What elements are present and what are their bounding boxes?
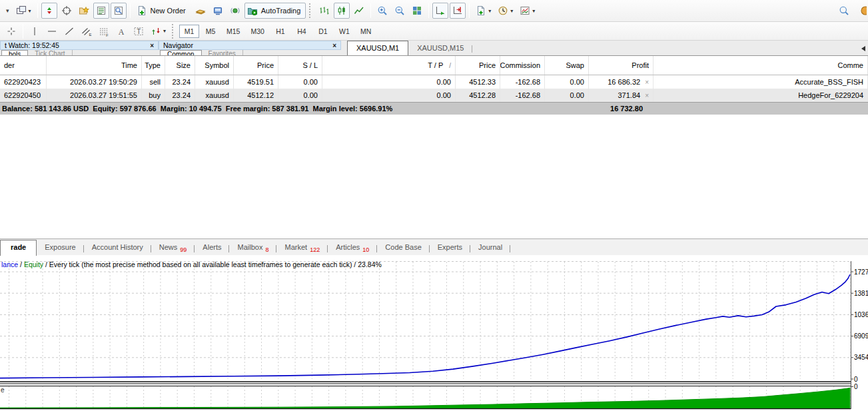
- zoom-in-icon: [377, 5, 388, 16]
- bar-chart-button[interactable]: [316, 3, 332, 19]
- clipped-button[interactable]: [853, 3, 868, 19]
- terminal-tab[interactable]: Exposure: [37, 240, 83, 254]
- symbols-list-button[interactable]: [93, 3, 109, 19]
- signals-button[interactable]: [227, 3, 243, 19]
- terminal-tab[interactable]: Mailbox 8: [229, 240, 276, 254]
- favorites-button[interactable]: [76, 3, 92, 19]
- metaeditor-button[interactable]: [210, 3, 226, 19]
- metaeditor-icon: [213, 5, 223, 16]
- timeframe-button[interactable]: H1: [270, 25, 290, 38]
- column-header[interactable]: Commission: [500, 56, 545, 75]
- candlestick-button[interactable]: [334, 3, 350, 19]
- autotrading-button[interactable]: AutoTrading: [244, 3, 306, 19]
- terminal-tab[interactable]: Alerts: [195, 240, 229, 254]
- terminal-tab[interactable]: News 99: [151, 240, 195, 254]
- panel-tab[interactable]: Favorites: [202, 50, 243, 55]
- indicators-button[interactable]: ▾: [473, 3, 494, 19]
- timeframe-button[interactable]: H4: [292, 25, 312, 38]
- panel-tab[interactable]: bols: [1, 50, 28, 55]
- close-position-icon[interactable]: ×: [645, 92, 649, 99]
- terminal-tab[interactable]: Market 122: [276, 240, 328, 254]
- crosshair-tool-button[interactable]: [3, 23, 19, 39]
- terminal-tab[interactable]: Account History: [84, 240, 151, 254]
- tester-balance-chart[interactable]: 034548690971036413819172740elance / Equi…: [0, 255, 868, 411]
- timeframe-button[interactable]: M15: [222, 25, 244, 38]
- zoom-in-button[interactable]: [374, 3, 390, 19]
- column-header[interactable]: Price: [456, 56, 500, 75]
- terminal-tab[interactable]: Code Base: [377, 240, 429, 254]
- profiles-button[interactable]: ▾: [13, 3, 34, 19]
- line-chart-button[interactable]: [351, 3, 367, 19]
- order-row[interactable]: 6229204502026.03.27 19:51:55buy23.24xauu…: [0, 89, 868, 102]
- order-cell: 0.00: [545, 89, 589, 102]
- depth-icon: [195, 5, 206, 16]
- terminal-tab[interactable]: Experts: [430, 240, 470, 254]
- timeframe-button[interactable]: MN: [356, 25, 376, 38]
- column-header[interactable]: Price: [234, 56, 278, 75]
- data-window-crosshair-button[interactable]: [59, 3, 75, 19]
- equidistant-channel-button[interactable]: E: [79, 23, 95, 39]
- column-header[interactable]: der: [0, 56, 47, 75]
- chart-shift-button[interactable]: [450, 3, 466, 19]
- tile-windows-button[interactable]: [409, 3, 425, 19]
- close-icon[interactable]: ×: [150, 42, 154, 49]
- chart-tab[interactable]: XAUUSD,M1: [347, 41, 408, 55]
- fibo-icon: F: [99, 26, 109, 37]
- vertical-line-button[interactable]: [27, 23, 43, 39]
- trendline-button[interactable]: [61, 23, 77, 39]
- chevron-down-icon: ▾: [510, 8, 513, 14]
- clipped-window-button[interactable]: ▾: [3, 3, 12, 19]
- auto-scroll-button[interactable]: [432, 3, 448, 19]
- navigator-header[interactable]: Navigator ×: [159, 41, 341, 50]
- market-watch-button[interactable]: [41, 3, 57, 19]
- arrows-button[interactable]: ▾: [148, 23, 169, 39]
- tab-scroll-left-icon[interactable]: [861, 46, 865, 51]
- panel-tab[interactable]: Tick Chart: [28, 50, 72, 55]
- terminal-tab[interactable]: Journal: [470, 240, 510, 254]
- market-watch-title: t Watch: 19:52:45: [5, 41, 59, 49]
- text-label-button[interactable]: T: [131, 23, 147, 39]
- new-order-button[interactable]: New Order: [134, 3, 191, 19]
- search-button[interactable]: [836, 3, 852, 19]
- timeframe-button[interactable]: M5: [201, 25, 220, 38]
- column-header[interactable]: Size: [165, 56, 195, 75]
- order-row[interactable]: 6229204232026.03.27 19:50:29sell23.24xau…: [0, 75, 868, 89]
- column-header[interactable]: Type: [142, 56, 165, 75]
- periods-button[interactable]: ▾: [495, 3, 516, 19]
- timeframe-button[interactable]: W1: [334, 25, 354, 38]
- data-window-button[interactable]: [111, 3, 127, 19]
- market-watch-header[interactable]: t Watch: 19:52:45 ×: [0, 41, 159, 50]
- column-header[interactable]: Swap: [545, 56, 589, 75]
- timeframe-button[interactable]: M30: [246, 25, 268, 38]
- terminal-tab[interactable]: rade: [0, 240, 37, 256]
- timeframe-button[interactable]: D1: [313, 25, 333, 38]
- panel-tab[interactable]: Common: [160, 50, 202, 55]
- y-axis-label: 17274: [854, 268, 868, 276]
- templates-icon: [520, 5, 530, 16]
- column-header[interactable]: T / P/: [322, 56, 456, 75]
- toolbar-standard: ▾ ▾: [0, 0, 868, 22]
- templates-button[interactable]: ▾: [517, 3, 538, 19]
- fibonacci-button[interactable]: F: [96, 23, 112, 39]
- autoscroll-icon: [435, 5, 446, 16]
- column-header[interactable]: Comme: [653, 56, 868, 75]
- zoom-out-button[interactable]: [392, 3, 408, 19]
- column-header[interactable]: Symbol: [195, 56, 234, 75]
- crosshair-icon: [61, 5, 72, 16]
- timeframe-button[interactable]: M1: [179, 25, 199, 38]
- mt4-window: ▾ ▾: [0, 0, 868, 411]
- market-watch-tabs: bolsTick Chart: [0, 50, 159, 55]
- column-header[interactable]: Time: [47, 56, 142, 75]
- terminal-tab[interactable]: Articles 10: [328, 240, 377, 254]
- navigator-title: Navigator: [163, 41, 193, 49]
- horizontal-line-button[interactable]: [44, 23, 60, 39]
- close-icon[interactable]: ×: [332, 42, 336, 49]
- chart-tab[interactable]: XAUUSD,M15: [408, 41, 472, 55]
- column-header[interactable]: S / L: [278, 56, 322, 75]
- column-header[interactable]: Profit: [589, 56, 653, 75]
- depth-of-market-button[interactable]: [193, 3, 209, 19]
- text-button[interactable]: A: [113, 23, 129, 39]
- tile-windows-icon: [412, 5, 422, 16]
- close-position-icon[interactable]: ×: [645, 79, 649, 86]
- order-cell: 0.00: [278, 75, 322, 89]
